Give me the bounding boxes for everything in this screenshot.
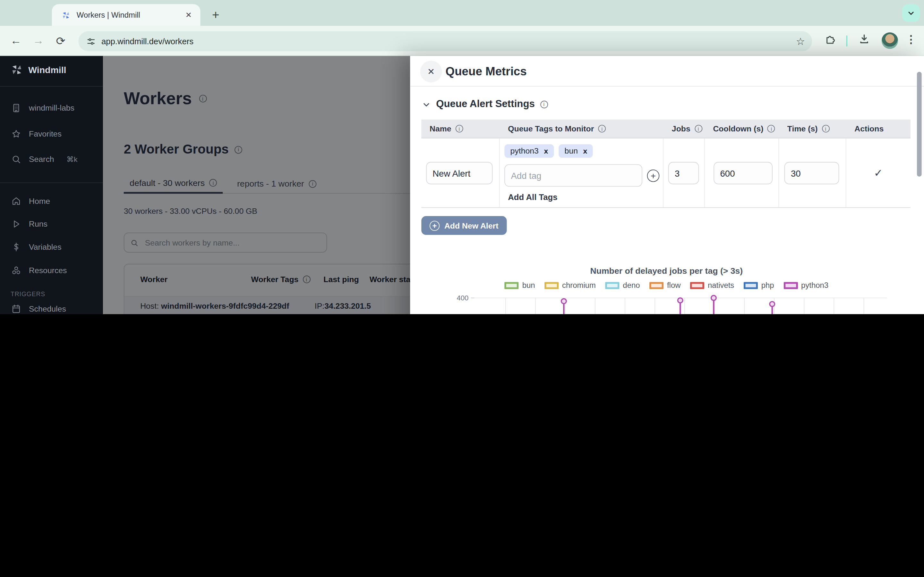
legend-item-python3[interactable]: python3 (783, 281, 829, 290)
bookmark-star-icon[interactable]: ☆ (796, 35, 805, 47)
search-icon (11, 153, 21, 164)
queue-alert-settings-header[interactable]: Queue Alert Settings i (422, 98, 548, 110)
sidebar-item-label: Variables (29, 242, 61, 251)
legend-item-nativets[interactable]: nativets (690, 281, 734, 290)
calendar-icon (11, 303, 21, 314)
column-header: Cooldown (s)i (705, 119, 779, 138)
drawer-header-divider (410, 86, 924, 87)
section-title: Queue Alert Settings (436, 98, 535, 110)
browser-tab[interactable]: Workers | Windmill ✕ (52, 4, 200, 26)
alert-jobs-cell (664, 139, 705, 207)
legend-item-chromium[interactable]: chromium (544, 281, 596, 290)
confirm-check-icon[interactable]: ✓ (874, 166, 883, 179)
sidebar-brand[interactable]: Windmill (11, 63, 66, 76)
alert-table-header: Namei Queue Tags to Monitori Jobsi Coold… (421, 119, 910, 139)
jobs-input[interactable] (668, 162, 699, 184)
profile-avatar[interactable] (882, 32, 898, 49)
sidebar-divider (0, 182, 103, 183)
svg-text:400: 400 (457, 294, 468, 302)
add-new-alert-button[interactable]: + Add New Alert (421, 216, 507, 235)
sidebar-item-label: Runs (29, 219, 47, 228)
sidebar-item-label: Schedules (29, 304, 66, 313)
sidebar-item-label: Favorites (29, 129, 61, 138)
new-tab-button[interactable]: + (208, 6, 224, 23)
windmill-favicon (61, 10, 71, 19)
alert-name-cell (421, 139, 499, 207)
time-input[interactable] (784, 162, 839, 184)
alert-name-input[interactable] (426, 162, 493, 184)
legend-swatch-icon (605, 282, 619, 289)
legend-item-deno[interactable]: deno (605, 281, 640, 290)
tab-list-chevron-button[interactable] (902, 4, 920, 22)
sidebar-item-workspace[interactable]: windmill-labs (11, 101, 74, 115)
legend-swatch-icon (544, 282, 559, 289)
star-icon (11, 128, 21, 139)
drawer-scrollbar[interactable] (917, 72, 922, 177)
site-settings-icon[interactable] (87, 37, 95, 46)
screenshot-stage: Workers | Windmill ✕ + ← → ⟳ app.windmil… (0, 0, 924, 314)
drawer-close-button[interactable]: ✕ (420, 61, 442, 82)
url-bar[interactable]: app.windmill.dev/workers ☆ (78, 31, 812, 51)
brand-name: Windmill (28, 64, 66, 75)
drawer-title: Queue Metrics (446, 65, 527, 78)
chevron-down-icon (422, 100, 431, 109)
browser-tabstrip: Workers | Windmill ✕ + (0, 0, 924, 26)
cooldown-input[interactable] (714, 162, 772, 184)
sidebar-item-variables[interactable]: Variables (11, 240, 61, 254)
sidebar-item-home[interactable]: Home (11, 193, 50, 208)
windmill-logo-icon (11, 63, 23, 76)
alert-settings-table: Namei Queue Tags to Monitori Jobsi Coold… (421, 119, 910, 208)
legend-swatch-icon (649, 282, 664, 289)
browser-menu-kebab-icon[interactable]: ⋮ (906, 33, 916, 46)
back-button[interactable]: ← (8, 33, 24, 48)
plus-circle-icon: + (430, 221, 439, 230)
queue-metrics-drawer: ✕ Queue Metrics Queue Alert Settings i N… (410, 56, 924, 314)
download-icon[interactable] (858, 33, 871, 45)
sidebar-item-label: Search (29, 155, 54, 163)
sidebar-item-search[interactable]: Search ⌘k (11, 152, 78, 166)
legend-swatch-icon (744, 282, 758, 289)
drawer-backdrop-overlay[interactable] (103, 56, 410, 314)
info-icon[interactable]: i (822, 125, 829, 132)
sidebar: Windmill windmill-labs Favorites (0, 56, 103, 314)
chart1-title: Number of delayed jobs per tag (> 3s) (434, 266, 899, 276)
column-header: Time (s)i (779, 119, 846, 138)
forward-button[interactable]: → (31, 33, 46, 48)
column-header: Actions (846, 119, 911, 138)
add-tag-input[interactable] (504, 164, 642, 187)
chart1-legend: bunchromiumdenoflownativetsphppython3 (434, 281, 899, 290)
remove-tag-icon[interactable]: x (544, 147, 548, 155)
info-icon[interactable]: i (455, 125, 463, 132)
sidebar-divider (0, 86, 103, 87)
sidebar-item-label: Resources (29, 266, 67, 275)
add-tag-plus-icon[interactable]: + (647, 169, 660, 182)
chart-svg: 050100150200250300350400Oct 2Oct 3Oct 4O… (434, 293, 899, 314)
add-all-tags-link[interactable]: Add All Tags (508, 193, 557, 202)
column-header: Queue Tags to Monitori (500, 119, 664, 138)
tab-title: Workers | Windmill (77, 11, 183, 19)
extensions-icon[interactable] (825, 33, 837, 45)
reload-button[interactable]: ⟳ (53, 33, 68, 48)
alert-table-row: python3x bunx + Add All Tags ✓ (421, 139, 910, 208)
remove-tag-icon[interactable]: x (583, 147, 588, 155)
legend-item-bun[interactable]: bun (505, 281, 535, 290)
url-text[interactable]: app.windmill.dev/workers (102, 37, 796, 46)
legend-item-php[interactable]: php (744, 281, 774, 290)
search-shortcut: ⌘k (66, 155, 78, 163)
alert-tags-cell: python3x bunx + Add All Tags (500, 139, 664, 207)
alert-actions-cell: ✓ (846, 139, 911, 207)
sidebar-item-resources[interactable]: Resources (11, 263, 67, 277)
sidebar-item-label: Home (29, 197, 50, 205)
tab-close-icon[interactable]: ✕ (183, 9, 194, 21)
sidebar-section-triggers: TRIGGERS (11, 290, 45, 298)
info-icon[interactable]: i (598, 125, 606, 132)
sidebar-item-runs[interactable]: Runs (11, 217, 47, 231)
info-icon[interactable]: i (695, 125, 702, 132)
legend-item-flow[interactable]: flow (649, 281, 681, 290)
chevron-down-icon (907, 9, 915, 17)
info-icon[interactable]: i (767, 125, 775, 132)
sidebar-item-schedules[interactable]: Schedules (11, 301, 66, 314)
info-icon[interactable]: i (540, 100, 548, 108)
sidebar-item-favorites[interactable]: Favorites (11, 127, 61, 141)
button-label: Add New Alert (444, 221, 499, 230)
